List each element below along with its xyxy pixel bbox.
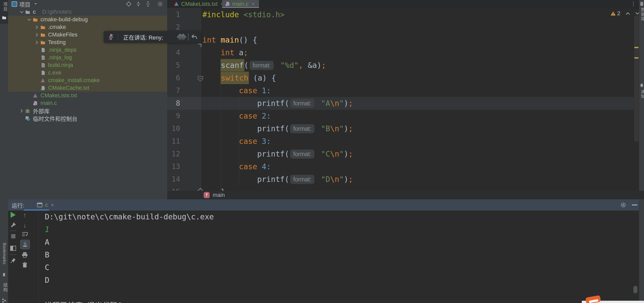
run-settings-gear-icon[interactable]: [620, 202, 626, 208]
code-line-13[interactable]: case 4:: [202, 160, 271, 173]
code-line-8[interactable]: printf(format: "A\n");: [202, 97, 353, 110]
muted-mic-icon[interactable]: [108, 33, 114, 41]
printer-icon[interactable]: [22, 252, 28, 258]
code-line-9[interactable]: case 2:: [202, 110, 271, 122]
code-line-4[interactable]: int a;: [202, 46, 248, 59]
code-line-3[interactable]: int main() {: [202, 34, 257, 46]
structure-icon[interactable]: [2, 298, 6, 302]
parameter-hint-inlay[interactable]: format:: [290, 175, 314, 184]
breadcrumb-item[interactable]: main: [213, 192, 225, 198]
code-line-1[interactable]: #include <stdio.h>: [202, 8, 285, 21]
trash-icon[interactable]: [22, 262, 28, 268]
line-number[interactable]: 11: [167, 135, 180, 148]
folder-icon: [33, 17, 38, 22]
code-line-5[interactable]: scanf(format: "%d", &a);: [202, 59, 326, 72]
tree-item-c.exe[interactable]: ?c.exe: [8, 69, 167, 77]
line-number[interactable]: 8: [167, 97, 180, 110]
pin-icon[interactable]: [10, 257, 16, 263]
tree-item-.ninja_log[interactable]: .ninja_log: [8, 54, 167, 61]
tab-options-kebab-icon[interactable]: ⋮: [630, 0, 636, 7]
code-line-6[interactable]: switch (a) {: [202, 72, 276, 84]
tree-item--[interactable]: 临时文件和控制台: [8, 115, 167, 122]
stripe-tab-database[interactable]: 数据库: [639, 8, 644, 21]
stripe-tab-bookmarks[interactable]: Bookmarks: [2, 243, 7, 264]
chevron-down-icon[interactable]: [34, 3, 37, 5]
undo-arrow-icon[interactable]: [191, 34, 198, 40]
wrench-icon[interactable]: [10, 222, 16, 228]
tree-item-cmakelists.txt[interactable]: CMakeLists.txt: [8, 92, 167, 99]
rerun-icon[interactable]: [11, 212, 16, 218]
database-icon[interactable]: [640, 2, 644, 6]
stop-icon[interactable]: [11, 234, 15, 238]
stripe-tab-project[interactable]: 项目: [0, 0, 8, 24]
chevron-right-icon[interactable]: [33, 40, 40, 45]
line-number[interactable]: 12: [167, 148, 180, 160]
hide-run-panel-icon[interactable]: [632, 204, 637, 205]
close-icon[interactable]: ×: [51, 202, 54, 208]
line-number[interactable]: 4: [167, 46, 180, 59]
console-output[interactable]: D:\git\note\c\cmake-build-debug\c.exe1AB…: [45, 211, 632, 303]
bookmark-flag-icon[interactable]: [2, 273, 6, 277]
scroll-to-end-icon[interactable]: [22, 241, 28, 247]
close-icon[interactable]: ×: [252, 1, 255, 7]
line-number[interactable]: 6: [167, 72, 180, 84]
soft-wrap-icon[interactable]: [22, 231, 28, 237]
restore-layout-icon[interactable]: [10, 245, 16, 251]
stripe-tab-notifications[interactable]: 通知: [639, 90, 644, 99]
tree-item-c[interactable]: cD:\git\note\c: [8, 8, 167, 16]
code-line-7[interactable]: case 1:: [202, 84, 271, 97]
project-panel-title[interactable]: 项目: [19, 0, 30, 8]
parameter-hint-inlay[interactable]: format:: [290, 149, 314, 159]
stripe-tab-structure[interactable]: 结构: [2, 283, 8, 292]
code-token: [202, 137, 239, 146]
line-number[interactable]: 14: [167, 173, 180, 186]
editor-scrollbar[interactable]: [634, 15, 639, 142]
line-number[interactable]: 13: [167, 160, 180, 173]
chevron-right-icon[interactable]: [18, 108, 25, 113]
collapse-all-icon[interactable]: [145, 1, 151, 7]
line-number[interactable]: 5: [167, 59, 180, 72]
line-number[interactable]: 9: [167, 110, 180, 122]
expand-all-icon[interactable]: [136, 1, 141, 7]
tree-item-cmakecache.txt[interactable]: CMakeCache.txt: [8, 84, 167, 92]
locate-icon[interactable]: [126, 1, 132, 7]
code-area[interactable]: #include <stdio.h>int main() { int a; sc…: [202, 8, 632, 191]
chevron-down-icon[interactable]: [18, 9, 25, 14]
arrow-down-icon[interactable]: ↓: [22, 221, 28, 229]
parameter-hint-inlay[interactable]: format:: [290, 124, 314, 133]
error-stripe-warning-mark[interactable]: [634, 47, 638, 48]
project-widget-icon[interactable]: [12, 1, 17, 7]
code-line-14[interactable]: printf(format: "D\n");: [202, 173, 353, 186]
parameter-hint-inlay[interactable]: format:: [290, 99, 314, 108]
code-token: scanf: [221, 59, 244, 71]
bell-icon[interactable]: [640, 83, 644, 88]
chevron-right-icon[interactable]: [33, 25, 40, 30]
chevron-down-icon[interactable]: [25, 17, 33, 22]
tab-cmakeliststxt[interactable]: CMakeLists.txt ×: [171, 0, 225, 8]
chevron-right-icon[interactable]: [33, 32, 40, 37]
tree-item-.ninja_deps[interactable]: ?.ninja_deps: [8, 46, 167, 54]
line-number[interactable]: 1: [167, 8, 180, 21]
tree-item-build.ninja[interactable]: build.ninja: [8, 61, 167, 69]
code-token: [257, 137, 262, 146]
fold-marker-icon[interactable]: [197, 44, 202, 48]
code-line-12[interactable]: printf(format: "C\n");: [202, 148, 353, 160]
line-number[interactable]: 10: [167, 122, 180, 135]
code-token: case: [239, 111, 257, 120]
arrow-up-icon[interactable]: ↑: [22, 211, 28, 219]
console-icon: [37, 202, 42, 207]
code-line-10[interactable]: printf(format: "B\n");: [202, 122, 353, 135]
parameter-hint-inlay[interactable]: format:: [250, 61, 274, 70]
tree-item-cmake-build-debug[interactable]: cmake-build-debug: [8, 16, 167, 23]
console-scrollbar[interactable]: [633, 286, 637, 293]
tree-item-.cmake[interactable]: .cmake: [8, 23, 167, 31]
gear-icon[interactable]: [157, 1, 163, 7]
tree-item--[interactable]: 外部库: [8, 107, 167, 115]
line-number[interactable]: 7: [167, 84, 180, 97]
tree-item-cmake_install.cmake[interactable]: cmake_install.cmake: [8, 77, 167, 84]
code-line-11[interactable]: case 3:: [202, 135, 271, 148]
tab-mainc[interactable]: C main.c ×: [222, 0, 259, 8]
error-stripe-warning-mark[interactable]: [634, 57, 638, 59]
run-config-tab[interactable]: c ×: [33, 199, 57, 211]
tree-item-main.c[interactable]: Cmain.c: [8, 99, 167, 107]
